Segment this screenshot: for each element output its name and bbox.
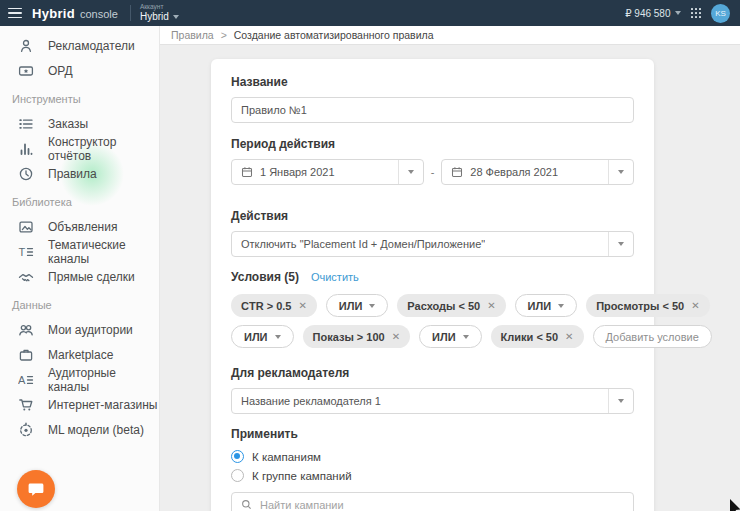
radio-unchecked-icon[interactable]	[231, 469, 244, 482]
remove-condition-icon[interactable]: ✕	[298, 300, 306, 311]
operator-chip[interactable]: ИЛИ	[231, 325, 294, 348]
chat-bubble-icon	[26, 479, 46, 499]
sidebar-item-ads[interactable]: Объявления	[0, 214, 159, 239]
name-label: Название	[231, 75, 634, 89]
operator-chip-label: ИЛИ	[339, 300, 363, 312]
operator-chip[interactable]: ИЛИ	[326, 294, 389, 317]
chevron-down-icon	[275, 335, 281, 339]
apps-grid-icon[interactable]	[691, 8, 702, 19]
account-value: Hybrid	[140, 12, 169, 22]
action-select[interactable]: Отключить "Placement Id + Домен/Приложен…	[231, 231, 634, 257]
menu-icon[interactable]	[8, 8, 22, 19]
sidebar-item-label: Объявления	[48, 220, 117, 234]
condition-chip[interactable]: CTR > 0.5✕	[231, 294, 317, 317]
chat-button[interactable]	[17, 470, 55, 508]
balance-value: ₽ 946 580	[625, 8, 670, 19]
sidebar-item-label: Аудиторные каналы	[48, 366, 159, 394]
sidebar-item-ord[interactable]: ОРД	[0, 58, 159, 83]
date-to-value: 28 Февраля 2021	[470, 166, 558, 178]
cart-icon	[18, 397, 34, 413]
action-select-value: Отключить "Placement Id + Домен/Приложен…	[241, 238, 485, 250]
condition-chip[interactable]: Показы > 100✕	[303, 325, 411, 348]
sidebar-item-label: Прямые сделки	[48, 270, 135, 284]
remove-condition-icon[interactable]: ✕	[565, 331, 573, 342]
apply-option-campaign-group[interactable]: К группе кампаний	[231, 469, 634, 482]
svg-text:Т: Т	[19, 246, 26, 258]
remove-condition-icon[interactable]: ✕	[487, 300, 495, 311]
account-switcher[interactable]: Аккаунт Hybrid	[140, 4, 179, 23]
radio-label: К группе кампаний	[252, 470, 352, 482]
chevron-down-icon	[618, 242, 624, 246]
sidebar-item-label: Интернет-магазины	[48, 398, 157, 412]
campaign-search[interactable]	[232, 493, 633, 511]
apply-option-campaigns[interactable]: К кампаниям	[231, 450, 634, 463]
sidebar-item-orders[interactable]: Заказы	[0, 111, 159, 136]
date-to-picker[interactable]: 28 Февраля 2021	[441, 159, 634, 185]
sidebar-item-online-stores[interactable]: Интернет-магазины	[0, 392, 159, 417]
calendar-icon	[451, 166, 463, 178]
conditions-label: Условия (5)	[231, 270, 299, 284]
condition-chip[interactable]: Расходы < 50✕	[397, 294, 505, 317]
balance-dropdown[interactable]: ₽ 946 580	[625, 8, 680, 19]
radio-checked-icon[interactable]	[231, 450, 244, 463]
sidebar-section-tools: Инструменты	[0, 86, 159, 111]
condition-chip[interactable]: Просмотры < 50✕	[586, 294, 709, 317]
advertiser-select[interactable]: Название рекламодателя 1	[231, 388, 634, 414]
clear-conditions-link[interactable]: Очистить	[311, 271, 359, 283]
date-from-picker[interactable]: 1 Января 2021	[231, 159, 424, 185]
condition-chip-label: Показы > 100	[313, 331, 385, 343]
conditions-row-1: CTR > 0.5✕ ИЛИ Расходы < 50✕ ИЛИ Просмот…	[231, 294, 634, 317]
ticket-star-icon	[18, 63, 34, 79]
campaign-search-input[interactable]	[260, 499, 624, 511]
svg-text:А: А	[18, 374, 26, 386]
sidebar-item-thematic-channels[interactable]: Т Тематические каналы	[0, 239, 159, 264]
condition-chip-label: Клики < 50	[501, 331, 559, 343]
sidebar-item-marketplace[interactable]: Marketplace	[0, 342, 159, 367]
condition-chip-label: CTR > 0.5	[241, 300, 291, 312]
avatar[interactable]: KS	[711, 4, 730, 23]
app-logo[interactable]: Hybrid console	[32, 6, 118, 21]
chevron-down-icon	[408, 170, 414, 174]
add-condition-button[interactable]: Добавить условие	[593, 325, 712, 348]
remove-condition-icon[interactable]: ✕	[392, 331, 400, 342]
search-icon	[241, 499, 252, 510]
condition-chip-label: Просмотры < 50	[596, 300, 684, 312]
sidebar-item-audiences[interactable]: Мои аудитории	[0, 317, 159, 342]
condition-chip[interactable]: Клики < 50✕	[491, 325, 584, 348]
remove-condition-icon[interactable]: ✕	[691, 300, 699, 311]
account-label: Аккаунт	[140, 4, 179, 11]
period-label: Период действия	[231, 137, 634, 151]
chevron-down-icon	[173, 15, 179, 19]
sidebar-item-label: Правила	[48, 167, 97, 181]
chevron-down-icon	[675, 11, 681, 15]
apply-label: Применить	[231, 427, 634, 441]
breadcrumb-link-rules[interactable]: Правила	[171, 29, 214, 41]
ml-model-icon	[18, 422, 34, 438]
operator-chip[interactable]: ИЛИ	[515, 294, 578, 317]
sidebar-section-data: Данные	[0, 292, 159, 317]
campaign-picker: Кампаний: 250 Папка 1 Папка 2	[231, 492, 634, 511]
rule-name-input[interactable]	[231, 97, 634, 123]
sidebar-item-ml-models[interactable]: ML модели (beta)	[0, 417, 159, 442]
chevron-down-icon	[618, 170, 624, 174]
mouse-cursor	[729, 499, 740, 511]
sidebar-item-audience-channels[interactable]: А Аудиторные каналы	[0, 367, 159, 392]
sidebar-item-direct-deals[interactable]: Прямые сделки	[0, 264, 159, 289]
sidebar-item-label: Тематические каналы	[48, 238, 159, 266]
sidebar-item-rules[interactable]: Правила	[0, 161, 159, 186]
chevron-down-icon	[618, 399, 624, 403]
people-icon	[18, 322, 34, 338]
sidebar-item-report-builder[interactable]: Конструктор отчётов	[0, 136, 159, 161]
operator-chip-label: ИЛИ	[432, 331, 456, 343]
image-icon	[18, 219, 34, 235]
condition-chip-label: Расходы < 50	[407, 300, 480, 312]
operator-chip[interactable]: ИЛИ	[419, 325, 482, 348]
sidebar-section-library: Библиотека	[0, 189, 159, 214]
advertiser-label: Для рекламодателя	[231, 366, 634, 380]
sidebar-item-advertisers[interactable]: Рекламодатели	[0, 33, 159, 58]
topbar-divider	[130, 5, 131, 21]
logo-brand: Hybrid	[32, 6, 75, 21]
advertiser-select-value: Название рекламодателя 1	[241, 395, 381, 407]
sidebar-item-label: Marketplace	[48, 348, 113, 362]
sidebar: Рекламодатели ОРД Инструменты Заказы Кон…	[0, 26, 160, 511]
